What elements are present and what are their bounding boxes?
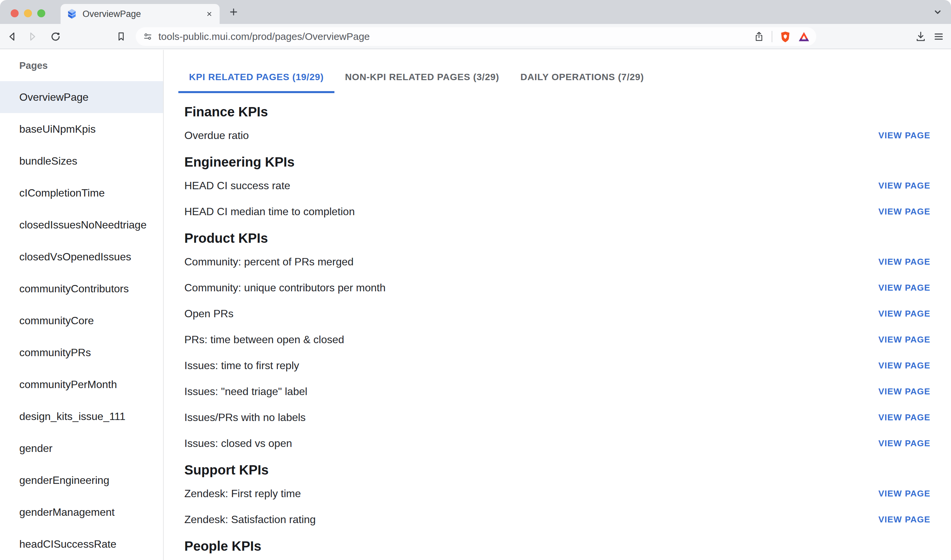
bat-triangle-icon[interactable] bbox=[798, 31, 809, 43]
view-page-link[interactable]: VIEW PAGE bbox=[879, 438, 930, 449]
traffic-lights bbox=[11, 9, 45, 17]
view-page-link[interactable]: VIEW PAGE bbox=[879, 181, 930, 191]
kpi-label: HEAD CI median time to completion bbox=[184, 206, 355, 218]
sidebar-item-headCISuccessRate[interactable]: headCISuccessRate bbox=[0, 528, 163, 560]
sidebar-item-communityContributors[interactable]: communityContributors bbox=[0, 273, 163, 305]
url-text: tools-public.mui.com/prod/pages/Overview… bbox=[159, 31, 370, 42]
share-icon[interactable] bbox=[753, 31, 765, 43]
sidebar-item-gender[interactable]: gender bbox=[0, 432, 163, 464]
kpi-label: Overdue ratio bbox=[184, 129, 249, 142]
kpi-row: Community: unique contributors per month… bbox=[184, 275, 930, 301]
kpi-section: Finance KPIs Overdue ratio VIEW PAGE bbox=[184, 104, 930, 148]
download-icon[interactable] bbox=[914, 30, 926, 42]
address-bar[interactable]: tools-public.mui.com/prod/pages/Overview… bbox=[136, 27, 816, 46]
view-page-link[interactable]: VIEW PAGE bbox=[879, 335, 930, 345]
back-button[interactable] bbox=[6, 31, 18, 43]
view-page-link[interactable]: VIEW PAGE bbox=[879, 489, 930, 499]
kpi-label: Community: unique contributors per month bbox=[184, 282, 386, 294]
kpi-label: Zendesk: First reply time bbox=[184, 488, 301, 500]
kpi-section: Support KPIs Zendesk: First reply time V… bbox=[184, 462, 930, 532]
kpi-row: Issues: closed vs open VIEW PAGE bbox=[184, 430, 930, 456]
sidebar-item-closedVsOpenedIssues[interactable]: closedVsOpenedIssues bbox=[0, 241, 163, 273]
view-page-link[interactable]: VIEW PAGE bbox=[879, 130, 930, 141]
sidebar-item-cICompletionTime[interactable]: cICompletionTime bbox=[0, 177, 163, 209]
tab-close-icon[interactable] bbox=[204, 9, 214, 19]
browser-window: OverviewPage bbox=[0, 0, 951, 560]
kpi-label: Issues: "need triage" label bbox=[184, 385, 307, 398]
kpi-label: Open PRs bbox=[184, 308, 234, 320]
sidebar-item-bundleSizes[interactable]: bundleSizes bbox=[0, 145, 163, 177]
page-tab-label: DAILY OPERATIONS (7/29) bbox=[520, 72, 644, 83]
section-title: People KPIs bbox=[184, 538, 930, 554]
view-page-link[interactable]: VIEW PAGE bbox=[879, 412, 930, 423]
kpi-label: Community: percent of PRs merged bbox=[184, 256, 354, 268]
page-tab-1[interactable]: NON-KPI RELATED PAGES (3/29) bbox=[334, 61, 510, 93]
zoom-window-button[interactable] bbox=[37, 9, 45, 17]
section-title: Support KPIs bbox=[184, 462, 930, 478]
kpi-label: Zendesk: Satisfaction rating bbox=[184, 514, 316, 526]
kpi-section: Product KPIs Community: percent of PRs m… bbox=[184, 230, 930, 456]
kpi-row: Zendesk: First reply time VIEW PAGE bbox=[184, 480, 930, 506]
kpi-label: Issues: time to first reply bbox=[184, 360, 299, 372]
sidebar: Pages OverviewPagebaseUiNpmKpisbundleSiz… bbox=[0, 50, 164, 560]
sidebar-item-communityPerMonth[interactable]: communityPerMonth bbox=[0, 368, 163, 400]
view-page-link[interactable]: VIEW PAGE bbox=[879, 257, 930, 267]
toolbar-actions bbox=[914, 30, 944, 42]
divider bbox=[772, 31, 772, 42]
browser-tab[interactable]: OverviewPage bbox=[60, 4, 220, 24]
sidebar-item-closedIssuesNoNeedtriage[interactable]: closedIssuesNoNeedtriage bbox=[0, 209, 163, 241]
urlbar-actions bbox=[753, 31, 809, 43]
menu-hamburger-icon[interactable] bbox=[933, 30, 944, 42]
kpi-row: Zendesk: Satisfaction rating VIEW PAGE bbox=[184, 506, 930, 532]
new-tab-button[interactable] bbox=[228, 6, 240, 18]
forward-button[interactable] bbox=[27, 31, 39, 43]
sidebar-list: OverviewPagebaseUiNpmKpisbundleSizescICo… bbox=[0, 81, 163, 560]
section-title: Product KPIs bbox=[184, 230, 930, 246]
kpi-row: Issues: time to first reply VIEW PAGE bbox=[184, 352, 930, 378]
mui-toolpad-logo-icon bbox=[66, 9, 77, 19]
page-tab-label: NON-KPI RELATED PAGES (3/29) bbox=[345, 72, 499, 83]
page-tab-0[interactable]: KPI RELATED PAGES (19/29) bbox=[178, 61, 334, 93]
page-tab-label: KPI RELATED PAGES (19/29) bbox=[189, 72, 324, 83]
sidebar-item-OverviewPage[interactable]: OverviewPage bbox=[0, 81, 163, 113]
sidebar-item-baseUiNpmKpis[interactable]: baseUiNpmKpis bbox=[0, 113, 163, 145]
kpi-row: Open PRs VIEW PAGE bbox=[184, 301, 930, 326]
kpi-row: Issues/PRs with no labels VIEW PAGE bbox=[184, 405, 930, 430]
kpi-row: Issues: "need triage" label VIEW PAGE bbox=[184, 378, 930, 405]
page-tab-2[interactable]: DAILY OPERATIONS (7/29) bbox=[510, 61, 655, 93]
view-page-link[interactable]: VIEW PAGE bbox=[879, 360, 930, 371]
tab-list-chevron-down-icon[interactable] bbox=[932, 6, 944, 18]
minimize-window-button[interactable] bbox=[24, 9, 32, 17]
view-page-link[interactable]: VIEW PAGE bbox=[879, 206, 930, 217]
kpi-label: PRs: time between open & closed bbox=[184, 334, 344, 346]
sidebar-item-genderManagement[interactable]: genderManagement bbox=[0, 496, 163, 528]
close-window-button[interactable] bbox=[11, 9, 18, 17]
section-rows: Community: percent of PRs merged VIEW PA… bbox=[184, 249, 930, 456]
bookmark-icon[interactable] bbox=[115, 31, 127, 43]
kpi-sections: Finance KPIs Overdue ratio VIEW PAGE Eng… bbox=[164, 104, 951, 554]
tab-strip: OverviewPage bbox=[0, 0, 951, 24]
view-page-link[interactable]: VIEW PAGE bbox=[879, 514, 930, 525]
kpi-section: Engineering KPIs HEAD CI success rate VI… bbox=[184, 154, 930, 225]
view-page-link[interactable]: VIEW PAGE bbox=[879, 386, 930, 397]
kpi-row: HEAD CI median time to completion VIEW P… bbox=[184, 198, 930, 225]
view-page-link[interactable]: VIEW PAGE bbox=[879, 283, 930, 293]
brave-shield-icon[interactable] bbox=[779, 31, 791, 43]
sidebar-header: Pages bbox=[0, 50, 163, 81]
sidebar-item-design_kits_issue_111[interactable]: design_kits_issue_111 bbox=[0, 400, 163, 432]
sidebar-item-communityPRs[interactable]: communityPRs bbox=[0, 337, 163, 368]
tab-title: OverviewPage bbox=[83, 9, 204, 19]
reload-button[interactable] bbox=[49, 31, 62, 43]
main-panel: KPI RELATED PAGES (19/29)NON-KPI RELATED… bbox=[164, 50, 951, 560]
site-settings-icon[interactable] bbox=[142, 31, 153, 42]
sidebar-item-genderEngineering[interactable]: genderEngineering bbox=[0, 464, 163, 496]
sidebar-item-communityCore[interactable]: communityCore bbox=[0, 305, 163, 337]
page-content: Pages OverviewPagebaseUiNpmKpisbundleSiz… bbox=[0, 50, 951, 560]
kpi-label: Issues: closed vs open bbox=[184, 437, 292, 449]
kpi-row: Community: percent of PRs merged VIEW PA… bbox=[184, 249, 930, 275]
toolbar: tools-public.mui.com/prod/pages/Overview… bbox=[0, 24, 951, 49]
view-page-link[interactable]: VIEW PAGE bbox=[879, 309, 930, 319]
kpi-section: People KPIs bbox=[184, 538, 930, 554]
section-rows: Overdue ratio VIEW PAGE bbox=[184, 122, 930, 148]
kpi-row: PRs: time between open & closed VIEW PAG… bbox=[184, 326, 930, 352]
